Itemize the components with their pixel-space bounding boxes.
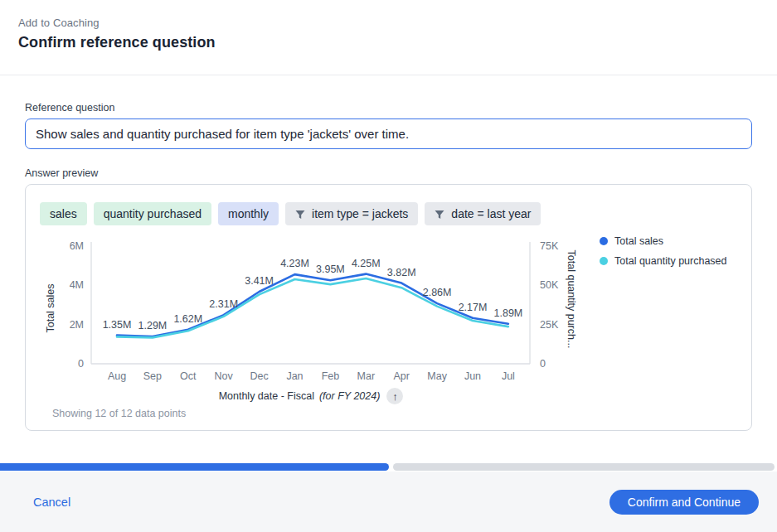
svg-text:Total sales: Total sales <box>45 283 56 332</box>
chip-label: date = last year <box>451 207 531 220</box>
svg-text:3.41M: 3.41M <box>245 275 274 287</box>
svg-text:Mar: Mar <box>357 370 376 382</box>
page-title: Confirm reference question <box>18 34 216 51</box>
svg-text:6M: 6M <box>70 240 84 252</box>
svg-text:May: May <box>427 370 447 382</box>
legend-item-total-quantity[interactable]: Total quantity purchased <box>600 255 727 267</box>
funnel-icon <box>295 209 305 219</box>
svg-text:Aug: Aug <box>108 370 126 382</box>
chip-sales[interactable]: sales <box>40 202 87 225</box>
svg-text:75K: 75K <box>540 240 559 252</box>
svg-text:2.86M: 2.86M <box>423 287 452 298</box>
reference-question-input[interactable] <box>25 118 752 149</box>
x-axis-title-text: Monthly date - Fiscal <box>219 390 314 402</box>
progress-track <box>393 463 775 471</box>
svg-text:25K: 25K <box>540 319 559 331</box>
svg-text:4.23M: 4.23M <box>280 258 309 269</box>
answer-preview-label: Answer preview <box>25 167 98 179</box>
svg-text:1.35M: 1.35M <box>103 319 132 331</box>
cancel-button[interactable]: Cancel <box>33 496 70 509</box>
funnel-icon <box>435 209 444 219</box>
svg-text:50K: 50K <box>540 279 559 291</box>
data-points-footnote: Showing 12 of 12 data points <box>52 408 186 419</box>
progress-bar <box>0 463 777 471</box>
svg-text:0: 0 <box>540 358 546 370</box>
confirm-reference-question-dialog: Add to Coaching Confirm reference questi… <box>0 0 777 532</box>
dual-axis-line-chart[interactable]: 02M4M6M025K50K75KTotal salesTotal quanti… <box>26 237 598 390</box>
chip-monthly[interactable]: monthly <box>218 202 279 225</box>
answer-preview-panel: sales quantity purchased monthly item ty… <box>25 184 752 431</box>
total-sales-dot-icon <box>600 237 608 245</box>
legend-label: Total quantity purchased <box>614 255 727 267</box>
header-divider <box>0 75 777 75</box>
chip-label: item type = jackets <box>312 207 408 220</box>
x-axis-title: Monthly date - Fiscal (for FY 2024) ↑ <box>91 387 531 405</box>
chart-legend: Total sales Total quantity purchased <box>600 235 727 267</box>
svg-text:Dec: Dec <box>250 370 268 382</box>
svg-text:2.31M: 2.31M <box>209 298 238 310</box>
svg-text:Nov: Nov <box>215 370 234 382</box>
svg-text:4.25M: 4.25M <box>352 258 381 269</box>
svg-text:2M: 2M <box>70 319 84 331</box>
x-axis-title-qualifier: (for FY 2024) <box>319 390 380 402</box>
svg-text:1.29M: 1.29M <box>138 320 168 331</box>
svg-text:3.95M: 3.95M <box>316 264 345 275</box>
svg-text:Total quantity purch...: Total quantity purch... <box>566 250 577 349</box>
legend-item-total-sales[interactable]: Total sales <box>600 235 727 247</box>
confirm-and-continue-button[interactable]: Confirm and Continue <box>609 490 759 515</box>
sort-ascending-icon[interactable]: ↑ <box>386 388 403 404</box>
dialog-header: Add to Coaching Confirm reference questi… <box>18 17 216 51</box>
svg-text:Sep: Sep <box>143 370 162 382</box>
svg-text:Oct: Oct <box>180 370 197 382</box>
chip-filter-item-type[interactable]: item type = jackets <box>285 202 418 225</box>
chip-label: quantity purchased <box>104 207 202 220</box>
svg-text:Apr: Apr <box>393 370 409 382</box>
total-quantity-dot-icon <box>600 257 608 265</box>
reference-question-label: Reference question <box>25 102 114 114</box>
chip-label: sales <box>50 207 77 220</box>
dialog-footer: Cancel Confirm and Continue <box>0 472 777 532</box>
svg-text:4M: 4M <box>70 279 84 291</box>
breadcrumb: Add to Coaching <box>18 17 216 29</box>
svg-text:1.62M: 1.62M <box>173 313 202 325</box>
chip-filter-date[interactable]: date = last year <box>425 202 541 225</box>
svg-text:Jul: Jul <box>502 370 515 382</box>
token-chips: sales quantity purchased monthly item ty… <box>40 202 541 225</box>
svg-text:0: 0 <box>78 358 84 370</box>
chip-label: monthly <box>228 207 269 220</box>
svg-text:3.82M: 3.82M <box>387 267 416 278</box>
svg-text:Jun: Jun <box>464 370 481 382</box>
svg-text:Jan: Jan <box>286 370 303 382</box>
svg-text:2.17M: 2.17M <box>459 302 488 313</box>
svg-text:1.89M: 1.89M <box>494 307 523 319</box>
legend-label: Total sales <box>614 235 663 247</box>
svg-text:Feb: Feb <box>322 370 340 382</box>
chip-quantity-purchased[interactable]: quantity purchased <box>94 202 211 225</box>
progress-fill <box>0 463 389 471</box>
